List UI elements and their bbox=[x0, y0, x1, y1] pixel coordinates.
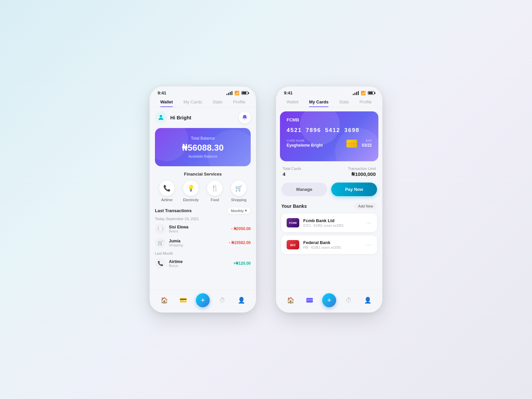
card-bank: FCMB bbox=[287, 117, 372, 122]
svg-point-1 bbox=[244, 119, 245, 120]
balance-amount: ₦56088.30 bbox=[162, 143, 244, 153]
service-airtime[interactable]: 📞 Airtime bbox=[159, 181, 175, 202]
status-bar-1: 9:41 📶 bbox=[150, 86, 256, 97]
total-cards-label: Total Cards bbox=[283, 167, 301, 171]
tx-limit-label: Transaction Limit bbox=[348, 167, 376, 171]
status-icons-2: 📶 bbox=[353, 91, 374, 95]
action-buttons: Manage Pay Now bbox=[281, 183, 377, 196]
card-num-1: 4521 bbox=[287, 127, 302, 134]
chevron-down-icon: ▾ bbox=[245, 208, 247, 213]
tab-wallet-1[interactable]: Wallet bbox=[160, 99, 173, 107]
status-icons-1: 📶 bbox=[226, 91, 248, 95]
greeting-left: Hi Bright bbox=[155, 111, 191, 123]
bank-info-fcmb: Fcmb Bank Ltd ICICI · 61061 xxxxx xx3391 bbox=[303, 218, 366, 227]
nav-profile-1[interactable]: 👤 bbox=[235, 294, 247, 306]
greeting-text: Hi Bright bbox=[170, 115, 191, 120]
transactions-header: Last Transactions Monthly ▾ bbox=[155, 207, 251, 214]
nav-cards-2[interactable] bbox=[304, 294, 316, 306]
nav-stats-2[interactable]: ⏱ bbox=[343, 294, 355, 306]
battery-icon bbox=[241, 91, 248, 95]
bank-card-fcmb: FCMB Fcmb Bank Ltd ICICI · 61061 xxxxx x… bbox=[281, 213, 377, 232]
tx-amount-2: - ₦15582.00 bbox=[229, 240, 251, 245]
tx-shopping-icon: 🛒 bbox=[155, 237, 166, 248]
wallet-content: Hi Bright Total Balance ₦56088.30 Availa… bbox=[150, 107, 256, 290]
banks-title: Your Banks bbox=[281, 203, 307, 209]
balance-sub: Available Balance bbox=[162, 154, 244, 158]
notification-bell[interactable] bbox=[239, 111, 251, 123]
tab-profile-1[interactable]: Profile bbox=[233, 99, 245, 107]
airtime-icon: 📞 bbox=[159, 181, 175, 196]
food-icon: 🍴 bbox=[207, 181, 222, 196]
tab-nav-2: Wallet My Cards Stats Profile bbox=[276, 97, 382, 107]
services-grid: 📞 Airtime 💡 Electricity 🍴 Food 🛒 Shoppin… bbox=[155, 181, 251, 202]
tx-amount-1: - ₦2050.00 bbox=[231, 226, 251, 231]
airtime-label: Airtime bbox=[161, 198, 173, 202]
bank-info-federal: Federal Bank FBI · 61061 xxxxx xx3391 bbox=[303, 240, 366, 249]
tx-sub-2: Shopping bbox=[169, 243, 229, 247]
wifi-icon: 📶 bbox=[234, 91, 239, 95]
shopping-icon: 🛒 bbox=[231, 181, 246, 196]
balance-card: Total Balance ₦56088.30 Available Balanc… bbox=[155, 128, 251, 166]
tx-info-1: Sisi Elewa Beans bbox=[169, 225, 231, 233]
tab-stats-1[interactable]: Stats bbox=[212, 99, 222, 107]
fcmb-logo: FCMB bbox=[287, 218, 299, 227]
nav-stats-1[interactable]: ⏱ bbox=[216, 294, 228, 306]
tx-food-icon: 🍽️ bbox=[155, 223, 166, 234]
status-bar-2: 9:41 📶 bbox=[276, 86, 382, 97]
card-chip bbox=[346, 140, 357, 148]
nav-home-1[interactable]: 🏠 bbox=[158, 294, 170, 306]
tab-profile-2[interactable]: Profile bbox=[359, 99, 372, 107]
fcmb-account: ICICI · 61061 xxxxx xx3391 bbox=[303, 224, 366, 227]
electricity-label: Electricity bbox=[183, 198, 199, 202]
transaction-item: 🛒 Jumia Shopping - ₦15582.00 bbox=[155, 237, 251, 248]
tx-amount-3: +₦120.00 bbox=[233, 261, 251, 266]
card-num-4: 3698 bbox=[344, 127, 359, 134]
svg-point-0 bbox=[160, 115, 162, 117]
nav-add-button-1[interactable]: + bbox=[196, 293, 210, 307]
tab-mycards-2[interactable]: My Cards bbox=[309, 99, 329, 107]
bottom-nav-1: 🏠 💳 + ⏱ 👤 bbox=[150, 290, 256, 313]
total-cards-stat: Total Cards 4 bbox=[283, 167, 301, 177]
access-logo: acc bbox=[287, 240, 299, 249]
electricity-icon: 💡 bbox=[183, 181, 199, 196]
balance-label: Total Balance bbox=[162, 136, 244, 141]
tx-sub-1: Beans bbox=[169, 229, 231, 233]
wifi-icon-2: 📶 bbox=[361, 91, 366, 95]
add-new-button[interactable]: Add New bbox=[354, 203, 377, 209]
nav-cards-1[interactable]: 💳 bbox=[177, 294, 189, 306]
date-label-lastmonth: Last Month bbox=[155, 251, 251, 255]
fcmb-name: Fcmb Bank Ltd bbox=[303, 218, 366, 223]
service-electricity[interactable]: 💡 Electricity bbox=[183, 181, 199, 202]
nav-profile-2[interactable]: 👤 bbox=[362, 294, 374, 306]
transactions-title: Last Transactions bbox=[155, 208, 192, 213]
signal-icon-2 bbox=[353, 91, 359, 95]
monthly-filter[interactable]: Monthly ▾ bbox=[227, 207, 251, 214]
credit-card: FCMB 4521 7896 5412 3698 Card Name Eyegh… bbox=[280, 111, 378, 161]
svg-rect-3 bbox=[306, 299, 313, 301]
tx-sub-3: Bonus bbox=[169, 264, 233, 268]
tx-name-1: Sisi Elewa bbox=[169, 225, 231, 229]
monthly-label: Monthly bbox=[231, 209, 244, 213]
federal-more-button[interactable]: ··· bbox=[366, 241, 372, 248]
tx-limit-value: ₦1000,000 bbox=[348, 171, 376, 177]
card-bottom: Card Name Eyegheleme Bright Exp 03/22 bbox=[287, 139, 372, 148]
card-num-2: 7896 bbox=[306, 127, 321, 134]
fcmb-more-button[interactable]: ··· bbox=[366, 219, 372, 226]
service-food[interactable]: 🍴 Food bbox=[207, 181, 222, 202]
card-exp: Exp 03/22 bbox=[362, 139, 372, 148]
signal-icon bbox=[226, 91, 232, 95]
tx-info-3: Airtime Bonus bbox=[169, 259, 233, 268]
transaction-limit-stat: Transaction Limit ₦1000,000 bbox=[348, 167, 376, 177]
tab-mycards-1[interactable]: My Cards bbox=[184, 99, 202, 107]
tab-stats-2[interactable]: Stats bbox=[339, 99, 349, 107]
phone-mycards: 9:41 📶 Wallet My Cards Stats Profile FCM… bbox=[276, 86, 382, 313]
pay-now-button[interactable]: Pay Now bbox=[331, 183, 377, 196]
manage-button[interactable]: Manage bbox=[281, 183, 327, 196]
tab-wallet-2[interactable]: Wallet bbox=[287, 99, 299, 107]
total-cards-value: 4 bbox=[283, 171, 301, 177]
federal-name: Federal Bank bbox=[303, 240, 366, 245]
nav-home-2[interactable]: 🏠 bbox=[285, 294, 297, 306]
food-label: Food bbox=[211, 198, 219, 202]
nav-add-button-2[interactable]: + bbox=[322, 293, 336, 307]
service-shopping[interactable]: 🛒 Shopping bbox=[231, 181, 247, 202]
